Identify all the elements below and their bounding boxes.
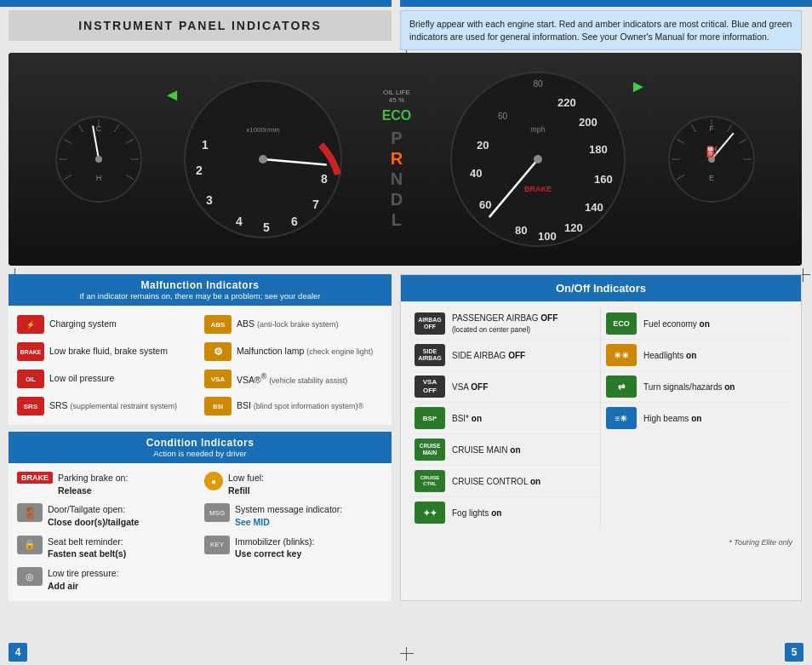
svg-text:40: 40 [470, 167, 482, 180]
svg-text:180: 180 [589, 143, 608, 156]
indicator-charging: ⚡ Charging system [17, 312, 196, 336]
condition-subtitle: Action is needed by driver [17, 449, 383, 458]
eco-label: ECO [382, 108, 412, 123]
side-airbag-text: SIDE AIRBAG OFF [452, 350, 525, 361]
bsi-on-icon: BSI* [415, 407, 445, 429]
indicator-malfunction-lamp: ⚙ Malfunction lamp (check engine light) [204, 340, 383, 364]
cruise-main-text: CRUISE MAIN on [452, 444, 521, 456]
cond-parking-brake: BRAKE Parking brake on: Release [17, 468, 196, 500]
svg-text:6: 6 [291, 215, 298, 228]
speed-gauge-svg: 20 40 60 80 100 120 140 160 180 200 220 … [447, 68, 630, 251]
headlights-text: Headlights on [643, 350, 696, 361]
cond-door: 🚪 Door/Tailgate open: Close door(s)/tail… [17, 500, 196, 531]
malfunction-grid: ⚡ Charging system ABS ABS (anti-lock bra… [9, 306, 392, 425]
door-icon: 🚪 [17, 503, 43, 522]
condition-right: ● Low fuel: Refill MSG System message in… [204, 468, 383, 596]
onoff-fuel-economy: ECO Fuel economy on [601, 308, 792, 340]
indicator-vsa: VSA VSA®® (vehicle stability assist) [204, 367, 383, 391]
turn-signals-icon: ⇄ [606, 375, 637, 398]
onoff-cruise-main: CRUISEMAIN CRUISE MAIN on [409, 434, 600, 466]
mid-text: System message indicator: See MID [235, 503, 342, 528]
charging-icon: ⚡ [17, 315, 44, 334]
indicator-oil-pressure: OIL Low oil pressure [17, 367, 196, 391]
malfunction-lamp-text: Malfunction lamp (check engine light) [237, 346, 373, 358]
tire-pressure-icon: ◎ [17, 567, 43, 586]
oil-pressure-text: Low oil pressure [49, 373, 114, 385]
svg-text:160: 160 [594, 173, 613, 186]
side-airbag-icon: SIDEAIRBAG [415, 344, 445, 366]
svg-text:1: 1 [202, 138, 209, 152]
low-fuel-icon: ● [204, 472, 223, 490]
svg-text:220: 220 [558, 96, 576, 109]
svg-text:200: 200 [579, 116, 598, 129]
onoff-fog-lights: ✦✦ Fog lights on [409, 497, 600, 528]
top-bar-left [0, 0, 392, 7]
bsi-icon: BSI [204, 397, 232, 416]
onoff-grid: AIRBAGOFF PASSENGER AIRBAG OFF (located … [401, 301, 801, 535]
abs-text: ABS (anti-lock brake system) [237, 318, 338, 330]
rpm-gauge-wrapper: ◄ 1 2 3 4 5 6 7 8 x1000r/min [180, 77, 346, 243]
prndl-l: L [391, 209, 403, 230]
svg-text:60: 60 [479, 198, 491, 211]
prndl-r: R [391, 148, 403, 169]
condition-header: Condition Indicators Action is needed by… [9, 432, 392, 463]
info-box: Briefly appear with each engine start. R… [400, 10, 802, 50]
srs-text: SRS (supplemental restraint system) [49, 400, 177, 412]
cruise-control-text: CRUISE CONTROL on [452, 476, 540, 487]
temp-gauge-wrapper: H C [52, 112, 146, 206]
temp-gauge-svg: H C [52, 112, 146, 206]
onoff-cruise-control: CRUISECTRL CRUISE CONTROL on [409, 466, 600, 497]
brake-fluid-text: Low brake fluid, brake system [49, 346, 168, 358]
indicator-abs: ABS ABS (anti-lock brake system) [204, 312, 383, 336]
bsi-on-text: BSI* on [452, 413, 482, 424]
onoff-bsi: BSI* BSI* on [409, 403, 600, 434]
indicator-srs: SRS SRS (supplemental restraint system) [17, 394, 196, 418]
svg-text:3: 3 [206, 193, 213, 207]
malfunction-lamp-icon: ⚙ [204, 342, 232, 361]
condition-grid: BRAKE Parking brake on: Release 🚪 Door/T… [9, 463, 392, 601]
condition-title: Condition Indicators [17, 437, 383, 449]
prndl-display: P R N D L [391, 128, 403, 230]
svg-text:60: 60 [498, 112, 508, 121]
onoff-side-airbag: SIDEAIRBAG SIDE AIRBAG OFF [409, 340, 600, 371]
svg-text:100: 100 [538, 230, 557, 243]
seatbelt-text: Seat belt reminder: Fasten seat belt(s) [48, 536, 126, 560]
svg-text:BRAKE: BRAKE [524, 185, 552, 193]
vsa-off-text: VSA OFF [452, 381, 488, 393]
tire-text: Low tire pressure: Add air [48, 567, 118, 592]
condition-left: BRAKE Parking brake on: Release 🚪 Door/T… [17, 468, 196, 596]
malfunction-subtitle: If an indicator remains on, there may be… [17, 291, 383, 301]
svg-text:4: 4 [236, 215, 243, 228]
condition-section: Condition Indicators Action is needed by… [9, 432, 392, 601]
gauge-container: H C [9, 53, 802, 266]
rpm-gauge-svg: 1 2 3 4 5 6 7 8 x1000r/min [180, 77, 346, 243]
prndl-n: N [391, 169, 403, 189]
oil-pressure-icon: OIL [17, 370, 44, 388]
svg-text:⛽: ⛽ [706, 145, 718, 158]
brake-fluid-icon: BRAKE [17, 342, 44, 361]
onoff-turn-signals: ⇄ Turn signals/hazards on [601, 371, 792, 403]
srs-icon: SRS [17, 397, 44, 416]
vsa-text: VSA®® (vehicle stability assist) [237, 372, 347, 386]
door-text: Door/Tailgate open: Close door(s)/tailga… [48, 503, 139, 528]
svg-text:2: 2 [196, 163, 203, 177]
malfunction-section: Malfunction Indicators If an indicator r… [9, 274, 392, 425]
fog-lights-text: Fog lights on [452, 507, 501, 519]
mid-icon: MSG [204, 503, 230, 522]
cond-mid: MSG System message indicator: See MID [204, 500, 383, 531]
svg-text:5: 5 [263, 221, 270, 234]
svg-point-13 [95, 156, 102, 163]
onoff-header: On/Off Indicators [401, 275, 801, 301]
fuel-text: Low fuel: Refill [228, 472, 264, 496]
immobilizer-text: Immobilizer (blinks): Use correct key [235, 536, 314, 560]
onoff-headlights: ☀☀ Headlights on [601, 340, 792, 371]
svg-text:7: 7 [312, 198, 319, 211]
seatbelt-icon: 🔒 [17, 536, 43, 554]
svg-point-43 [534, 155, 542, 163]
fuel-economy-icon: ECO [606, 312, 637, 335]
headlights-icon: ☀☀ [606, 344, 637, 366]
high-beams-text: High beams on [643, 413, 701, 424]
svg-point-25 [259, 155, 267, 163]
crosshair-bottom-center [400, 647, 414, 661]
parking-brake-icon: BRAKE [17, 472, 53, 484]
